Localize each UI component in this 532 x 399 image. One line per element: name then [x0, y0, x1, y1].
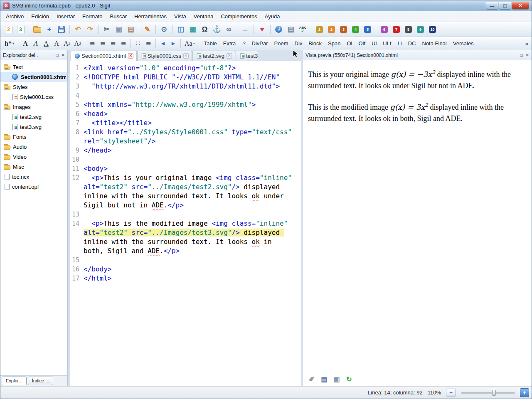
anchor-button[interactable]: ⚓	[211, 24, 222, 35]
align-right-button[interactable]: ≡	[108, 38, 118, 49]
format-extra-button[interactable]: Extra	[220, 39, 239, 48]
plugin-4-button[interactable]: 4	[350, 24, 361, 35]
format-ult-button[interactable]: ULt	[380, 39, 394, 48]
format-table-button[interactable]: Table	[201, 39, 220, 48]
plugin-9-button[interactable]: 9	[415, 24, 426, 35]
plugin-3-button[interactable]: 3	[338, 24, 349, 35]
format-block-button[interactable]: Block	[305, 39, 325, 48]
menu-edici-n[interactable]: Edición	[27, 12, 53, 21]
format-poem-button[interactable]: Poem	[271, 39, 291, 48]
tab-explorer[interactable]: Explor...	[2, 377, 27, 385]
format-div-button[interactable]: Div	[292, 39, 305, 48]
tab-index[interactable]: Índice ...	[28, 377, 54, 385]
code-text[interactable]: <!DOCTYPE html PUBLIC "-//W3C//DTD XHTML…	[84, 73, 293, 82]
plugin-7-button[interactable]: 7	[391, 24, 402, 35]
code-text[interactable]: <p>This is the modified image <img class…	[84, 219, 293, 256]
tree-item-styles[interactable]: Styles	[0, 82, 67, 92]
zoom-slider-thumb[interactable]	[492, 390, 496, 396]
insert-link-button[interactable]: ∞	[223, 24, 234, 35]
tree-item-misc[interactable]: Misc	[0, 162, 67, 172]
tree-item-test2-svg[interactable]: test2.svg	[0, 112, 67, 122]
align-center-button[interactable]: ≡	[98, 38, 108, 49]
zoom-slider[interactable]	[461, 389, 515, 397]
close-panel-icon[interactable]: ✕	[526, 53, 529, 57]
code-text[interactable]: <html xmlns="http://www.w3.org/1999/xhtm…	[84, 100, 293, 109]
refresh-preview-button[interactable]: ↻	[344, 374, 355, 385]
format-dc-button[interactable]: DC	[405, 39, 419, 48]
tree-item-toc-ncx[interactable]: toc.ncx	[0, 172, 67, 182]
format-span-button[interactable]: Span	[325, 39, 343, 48]
tab-close-icon[interactable]: ✕	[128, 53, 133, 59]
format-nota-final-button[interactable]: Nota Final	[419, 39, 450, 48]
tab-test2-svg[interactable]: test2.svg✕	[192, 51, 235, 61]
strikethrough-button[interactable]: A	[52, 38, 62, 49]
format-divpar-button[interactable]: DivPar	[249, 39, 271, 48]
tree-item-fonts[interactable]: Fonts	[0, 132, 67, 142]
code-text[interactable]: <p>This is your original image <img clas…	[84, 173, 293, 210]
print-preview-button[interactable]: ▤	[319, 374, 330, 385]
zoom-in-button[interactable]: +	[520, 388, 529, 397]
tree-item-content-opf[interactable]: content.opf	[0, 182, 67, 192]
format-li-button[interactable]: Li	[395, 39, 405, 48]
format-ol-button[interactable]: Ol	[344, 39, 355, 48]
tree-item-test3-svg[interactable]: test3.svg	[0, 122, 67, 132]
tab-test3-svg[interactable]: test3.svg✕	[236, 51, 258, 61]
plugin-10-button[interactable]: 10	[427, 24, 438, 35]
menu-ayuda[interactable]: Ayuda	[261, 12, 284, 21]
numbered-list-button[interactable]: ≡	[143, 38, 153, 49]
menu-herramientas[interactable]: Herramientas	[131, 12, 170, 21]
plugin-6-button[interactable]: 6	[379, 24, 390, 35]
menu-ventana[interactable]: Ventana	[190, 12, 217, 21]
code-text[interactable]: "http://www.w3.org/TR/xhtml11/DTD/xhtml1…	[84, 82, 293, 91]
menu-insertar[interactable]: Insertar	[53, 12, 79, 21]
close-button[interactable]: ✕	[512, 2, 529, 10]
copy-page-button[interactable]: ▣	[331, 374, 342, 385]
spellcheck-button[interactable]: ABC✓	[297, 24, 308, 35]
menu-complementos[interactable]: Complementos	[217, 12, 261, 21]
find-replace-button[interactable]: ⊙	[158, 24, 170, 35]
add-existing-file-button[interactable]: +	[44, 24, 55, 35]
undo-button[interactable]: ↶	[72, 24, 84, 35]
code-text[interactable]	[84, 155, 293, 164]
code-text[interactable]: <link href="../Styles/Style0001.css" typ…	[84, 128, 293, 146]
open-file-button[interactable]	[32, 24, 43, 35]
edit-pencil-button[interactable]: ✎	[142, 24, 153, 35]
info-button[interactable]: i	[273, 24, 284, 35]
outdent-button[interactable]: ◀	[158, 38, 168, 49]
code-text[interactable]: <head>	[84, 109, 293, 118]
tab-close-icon[interactable]: ✕	[227, 53, 232, 59]
italic-button[interactable]: A	[31, 38, 41, 49]
tab-section0001-xhtml[interactable]: Section0001.xhtml✕	[71, 51, 137, 61]
float-panel-icon[interactable]: ◻	[520, 53, 523, 57]
close-panel-icon[interactable]: ✕	[62, 53, 65, 57]
tab-close-icon[interactable]: ✕	[183, 53, 189, 59]
code-text[interactable]	[84, 91, 293, 100]
subscript-button[interactable]: A2	[62, 38, 72, 49]
code-text[interactable]	[84, 256, 293, 265]
code-text[interactable]: </html>	[84, 274, 293, 283]
plugin-5-button[interactable]: 5	[362, 24, 373, 35]
underline-button[interactable]: A	[41, 38, 51, 49]
menu-buscar[interactable]: Buscar	[106, 12, 131, 21]
casing-button[interactable]: Aa▾	[183, 38, 197, 49]
minimize-button[interactable]: —	[486, 2, 498, 10]
paste-button[interactable]: ▤	[125, 24, 136, 35]
tree-item-audio[interactable]: Audio	[0, 142, 67, 152]
indent-button[interactable]: ▶	[168, 38, 178, 49]
inspector-button[interactable]: ✐	[306, 374, 317, 385]
float-panel-icon[interactable]: ◻	[55, 53, 59, 57]
code-editor[interactable]: 1<?xml version="1.0" encoding="utf-8"?>2…	[70, 61, 301, 386]
code-text[interactable]: </head>	[84, 146, 293, 155]
tree-item-style0001-css[interactable]: Style0001.css	[0, 92, 67, 102]
menu-formato[interactable]: Formato	[79, 12, 106, 21]
align-justify-button[interactable]: ≡	[118, 38, 128, 49]
superscript-button[interactable]: A2	[72, 38, 83, 49]
cut-button[interactable]: ✂	[101, 24, 112, 35]
zoom-out-button[interactable]: −	[446, 389, 456, 397]
heading-style-button[interactable]: h*▾	[3, 38, 16, 49]
menu-archivo[interactable]: Archivo	[2, 12, 27, 21]
code-text[interactable]: <body>	[84, 164, 293, 173]
format-olf-button[interactable]: Olf	[355, 39, 368, 48]
menu-vista[interactable]: Vista	[170, 12, 190, 21]
epub2-check-button[interactable]: 2	[3, 24, 14, 35]
